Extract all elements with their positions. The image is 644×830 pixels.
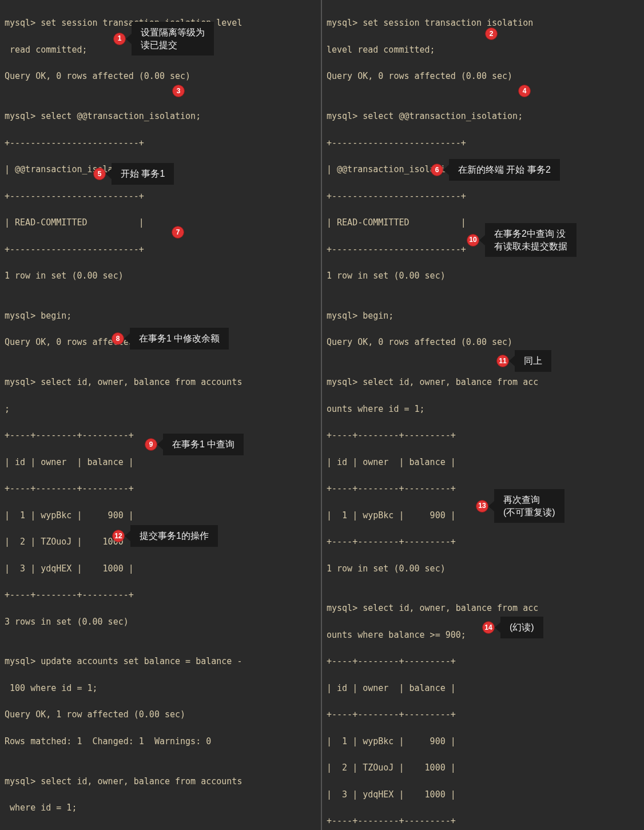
- annotation-bubble: 开始 事务1: [112, 163, 174, 185]
- annotation-bubble: 提交事务1的操作: [130, 525, 218, 547]
- annotation-12: 12 提交事务1的操作: [112, 525, 218, 547]
- annotation-bubble: 同上: [515, 350, 551, 372]
- term-line: +----+--------+---------+: [327, 655, 639, 668]
- annotation-9: 9 在事务1 中查询: [145, 434, 244, 455]
- term-line: | 3 | ydqHEX | 1000 |: [327, 788, 639, 801]
- term-line: Query OK, 0 rows affected (0.00 sec): [327, 336, 639, 349]
- term-line: +-------------------------+: [327, 137, 639, 150]
- term-line: 100 where id = 1;: [5, 682, 316, 695]
- term-line: +----+--------+---------+: [5, 482, 316, 495]
- left-terminal[interactable]: mysql> set session transaction isolation…: [0, 0, 322, 830]
- badge-icon: 6: [431, 164, 443, 176]
- term-line: | 1 | wypBkc | 900 |: [327, 735, 639, 748]
- term-line: mysql> begin;: [327, 309, 639, 323]
- badge-icon: 14: [482, 621, 495, 634]
- term-line: mysql> select id, owner, balance from ac…: [327, 376, 639, 389]
- annotation-14: 14 (幻读): [482, 617, 543, 638]
- term-line: where id = 1;: [5, 801, 316, 815]
- term-line: +----+--------+---------+: [327, 815, 639, 828]
- arrow-left-icon: [124, 333, 130, 344]
- annotation-3: 3: [172, 85, 185, 97]
- term-line: Rows matched: 1 Changed: 1 Warnings: 0: [5, 735, 316, 748]
- annotation-bubble: (幻读): [500, 617, 543, 638]
- term-line: ounts where id = 1;: [327, 403, 639, 416]
- annotation-11: 11 同上: [496, 350, 551, 372]
- arrow-left-icon: [157, 439, 163, 450]
- terminal-columns: mysql> set session transaction isolation…: [0, 0, 644, 830]
- term-line: 1 row in set (0.00 sec): [327, 269, 639, 283]
- annotation-7: 7: [172, 226, 184, 239]
- arrow-left-icon: [106, 169, 112, 179]
- badge-icon: 5: [93, 168, 106, 180]
- term-line: | id | owner | balance |: [327, 456, 639, 469]
- term-line: mysql> select id, owner, balance from ac…: [5, 775, 316, 788]
- badge-icon: 2: [485, 27, 498, 40]
- term-line: mysql> begin;: [5, 309, 316, 323]
- badge-icon: 4: [518, 85, 531, 97]
- annotation-8: 8 在事务1 中修改余额: [112, 328, 229, 350]
- term-line: mysql> select id, owner, balance from ac…: [327, 602, 639, 615]
- term-line: | id | owner | balance |: [5, 456, 316, 469]
- term-line: +----+--------+---------+: [327, 429, 639, 442]
- badge-icon: 9: [145, 438, 157, 451]
- annotation-10: 10 在事务2中查询 没 有读取未提交数据: [467, 223, 577, 257]
- annotation-1: 1 设置隔离等级为 读已提交: [113, 22, 214, 55]
- badge-icon: 10: [467, 234, 479, 247]
- annotation-4: 4: [518, 85, 531, 97]
- term-line: ;: [5, 403, 316, 416]
- term-line: | 3 | ydqHEX | 1000 |: [5, 562, 316, 575]
- arrow-left-icon: [443, 165, 449, 175]
- badge-icon: 13: [476, 500, 488, 513]
- term-line: level read committed;: [327, 43, 639, 57]
- term-line: mysql> set session transaction isolation: [327, 17, 639, 30]
- arrow-left-icon: [509, 356, 515, 366]
- term-line: mysql> select @@transaction_isolation;: [327, 110, 639, 123]
- term-line: | 1 | wypBkc | 900 |: [5, 509, 316, 522]
- arrow-left-icon: [479, 235, 485, 245]
- term-line: mysql> update accounts set balance = bal…: [5, 655, 316, 668]
- badge-icon: 1: [113, 33, 126, 45]
- term-line: | READ-COMMITTED |: [5, 216, 316, 229]
- badge-icon: 11: [496, 355, 509, 367]
- annotation-6: 6 在新的终端 开始 事务2: [431, 159, 560, 181]
- term-line: Query OK, 0 rows affected (0.00 sec): [5, 70, 316, 83]
- annotation-bubble: 设置隔离等级为 读已提交: [132, 22, 214, 55]
- arrow-left-icon: [125, 531, 130, 541]
- arrow-left-icon: [488, 501, 494, 511]
- term-line: | id | owner | balance |: [327, 682, 639, 695]
- term-line: +-------------------------+: [327, 190, 639, 203]
- annotation-bubble: 在事务2中查询 没 有读取未提交数据: [485, 223, 577, 257]
- term-line: Query OK, 1 row affected (0.00 sec): [5, 708, 316, 721]
- term-line: Query OK, 0 rows affected (0.00 sec): [327, 70, 639, 83]
- term-line: +----+--------+---------+: [327, 708, 639, 721]
- term-line: mysql> select id, owner, balance from ac…: [5, 376, 316, 389]
- term-line: mysql> select @@transaction_isolation;: [5, 110, 316, 123]
- term-line: +-------------------------+: [5, 190, 316, 203]
- term-line: 3 rows in set (0.00 sec): [5, 615, 316, 629]
- annotation-bubble: 在事务1 中查询: [163, 434, 244, 455]
- term-line: +----+--------+---------+: [5, 828, 316, 831]
- term-line: | 2 | TZOuoJ | 1000 |: [327, 761, 639, 775]
- term-line: +----+--------+---------+: [327, 535, 639, 549]
- arrow-left-icon: [126, 34, 132, 44]
- annotation-bubble: 在新的终端 开始 事务2: [449, 159, 560, 181]
- term-line: +-------------------------+: [5, 243, 316, 256]
- badge-icon: 8: [112, 332, 124, 345]
- annotation-5: 5 开始 事务1: [93, 163, 174, 185]
- annotation-2: 2: [485, 27, 498, 40]
- right-terminal[interactable]: mysql> set session transaction isolation…: [322, 0, 644, 830]
- term-line: 1 row in set (0.00 sec): [327, 562, 639, 575]
- annotation-bubble: 在事务1 中修改余额: [130, 328, 229, 350]
- term-line: +-------------------------+: [5, 137, 316, 150]
- term-line: +----+--------+---------+: [5, 589, 316, 602]
- badge-icon: 3: [172, 85, 185, 97]
- annotation-13: 13 再次查询 (不可重复读): [476, 489, 565, 523]
- annotation-bubble: 再次查询 (不可重复读): [494, 489, 565, 523]
- arrow-left-icon: [495, 622, 500, 633]
- badge-icon: 12: [112, 530, 125, 542]
- term-line: 1 row in set (0.00 sec): [5, 269, 316, 283]
- badge-icon: 7: [172, 226, 184, 239]
